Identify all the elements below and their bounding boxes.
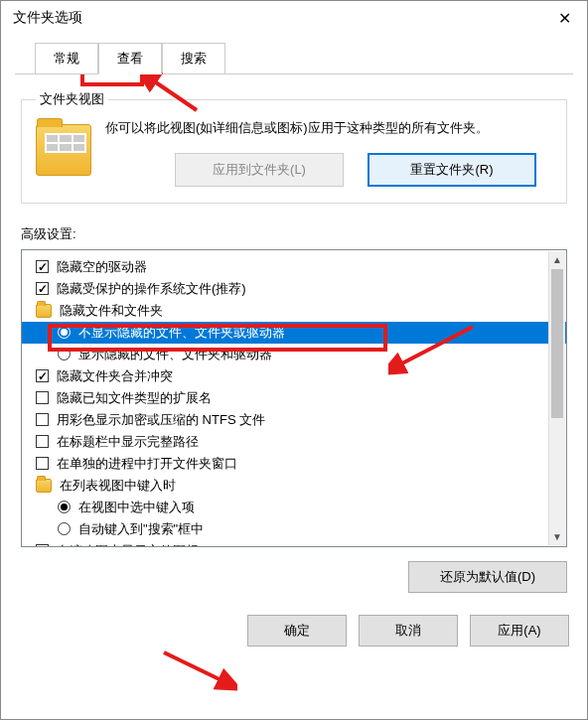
folder-group-icon [36,304,52,318]
ok-button[interactable]: 确定 [247,615,347,647]
folder-view-description: 你可以将此视图(如详细信息或图标)应用于这种类型的所有文件夹。 [105,118,552,139]
radio-icon [58,501,71,513]
cancel-button[interactable]: 取消 [359,615,458,647]
tab-strip: 常规 查看 搜索 [15,35,573,74]
apply-to-folders-button[interactable]: 应用到文件夹(L) [175,153,344,187]
scroll-thumb[interactable] [551,269,563,418]
checkbox-icon [36,544,49,546]
folder-view-legend: 文件夹视图 [36,90,108,108]
tab-general[interactable]: 常规 [35,43,98,73]
radio-icon [58,348,71,360]
folder-icon [36,124,91,176]
opt-hide-protected-os-files[interactable]: 隐藏受保护的操作系统文件(推荐) [22,278,566,300]
opt-ntfs-color[interactable]: 用彩色显示加密或压缩的 NTFS 文件 [22,409,566,431]
opt-dont-show-hidden[interactable]: 不显示隐藏的文件、文件夹或驱动器 [22,322,566,344]
opt-show-hidden[interactable]: 显示隐藏的文件、文件夹和驱动器 [22,344,566,365]
reset-folders-button[interactable]: 重置文件夹(R) [368,153,536,187]
restore-defaults-button[interactable]: 还原为默认值(D) [408,561,567,593]
folder-group-icon [36,479,52,493]
group-list-keyin[interactable]: 在列表视图中键入时 [22,475,566,497]
folder-view-group: 文件夹视图 你可以将此视图(如详细信息或图标)应用于这种类型的所有文件夹。 应用… [21,90,567,204]
scroll-up-icon[interactable]: ▲ [549,251,565,268]
opt-select-in-view[interactable]: 在视图中选中键入项 [22,497,566,518]
dialog-footer: 确定 取消 应用(A) [1,605,587,660]
opt-separate-process[interactable]: 在单独的进程中打开文件夹窗口 [22,453,566,475]
advanced-settings-tree[interactable]: 隐藏空的驱动器 隐藏受保护的操作系统文件(推荐) 隐藏文件和文件夹 不显示隐藏的… [21,249,567,547]
tab-view-panel: 文件夹视图 你可以将此视图(如详细信息或图标)应用于这种类型的所有文件夹。 应用… [1,74,587,605]
tab-view[interactable]: 查看 [98,43,162,74]
tab-search[interactable]: 搜索 [162,43,225,73]
radio-icon [58,326,71,339]
window-title: 文件夹选项 [13,9,82,27]
folder-options-dialog: 文件夹选项 ✕ 常规 查看 搜索 文件夹视图 你可以将此视图(如详细信息或图标)… [0,0,588,720]
scroll-down-icon[interactable]: ▼ [549,528,565,545]
checkbox-icon [36,282,49,295]
checkbox-icon [36,435,49,448]
checkbox-icon [36,391,49,404]
opt-auto-search-box[interactable]: 自动键入到"搜索"框中 [22,518,566,540]
opt-full-path-titlebar[interactable]: 在标题栏中显示完整路径 [22,431,566,453]
close-button[interactable]: ✕ [541,1,587,35]
opt-hide-known-ext[interactable]: 隐藏已知文件类型的扩展名 [22,387,566,409]
checkbox-icon [36,260,49,273]
opt-merge-conflict[interactable]: 隐藏文件夹合并冲突 [22,365,566,387]
checkbox-icon [36,413,49,426]
opt-hide-empty-drives[interactable]: 隐藏空的驱动器 [22,256,566,278]
radio-icon [58,522,71,535]
group-hidden-files[interactable]: 隐藏文件和文件夹 [22,300,566,322]
checkbox-icon [36,457,49,470]
opt-thumbnail-icon[interactable]: 在缩略图上显示文件图标 [22,540,566,546]
checkbox-icon [36,369,49,382]
titlebar: 文件夹选项 ✕ [1,1,587,35]
apply-button[interactable]: 应用(A) [470,615,569,647]
tree-scrollbar[interactable]: ▲ ▼ [548,251,565,545]
advanced-settings-label: 高级设置: [21,225,567,243]
